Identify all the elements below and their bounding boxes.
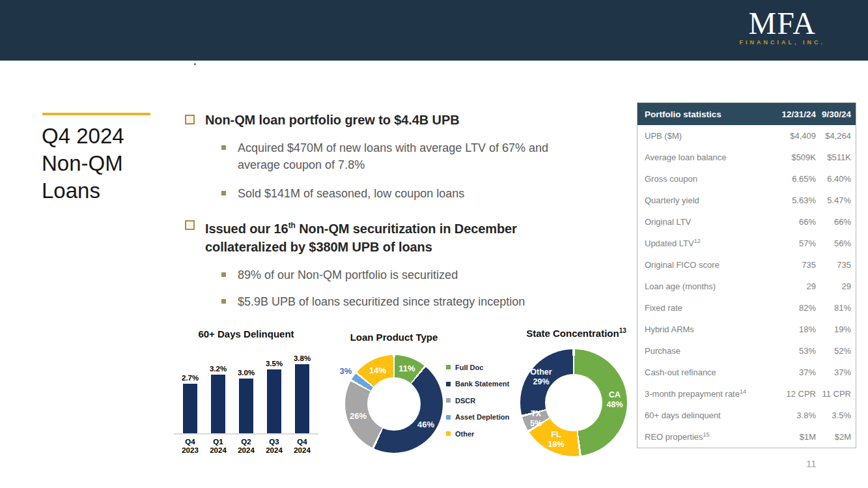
row-label: 60+ days delinquent — [645, 410, 774, 420]
sub-bullet-item: Acquired $470M of new loans with average… — [221, 139, 641, 173]
row-label: Cash-out refinance — [645, 367, 774, 377]
row-value-1: 53% — [774, 346, 816, 356]
row-value-2: 81% — [816, 303, 851, 313]
row-value-1: 57% — [774, 238, 816, 248]
chart-title: 60+ Days Delinquent — [176, 328, 316, 339]
row-value-2: 66% — [816, 217, 851, 227]
chart-title: Loan Product Type — [345, 332, 443, 343]
donut-hole — [367, 377, 421, 431]
legend-item: Full Doc — [446, 359, 509, 376]
portfolio-stats-table: Portfolio statistics 12/31/24 9/30/24 UP… — [637, 102, 856, 448]
x-axis-label: Q22024 — [232, 438, 260, 455]
table-header: Portfolio statistics 12/31/24 9/30/24 — [637, 103, 856, 125]
row-value-2: 6.40% — [816, 174, 851, 184]
sub-bullet-text: 89% of our Non-QM portfolio is securitiz… — [238, 266, 458, 283]
row-value-1: $4,409 — [774, 131, 816, 141]
bullet-square-icon — [185, 115, 195, 124]
delinquency-bar-chart: 60+ Days Delinquent 2.7%3.2%3.0%3.5%3.8%… — [176, 328, 316, 455]
donut-ring: CA48%FL18%TX5%Other29% — [520, 349, 627, 456]
row-value-2: 37% — [816, 367, 851, 377]
donut-ring: 11%46%26%3%14% — [345, 355, 443, 453]
row-value-2: $511K — [816, 152, 851, 162]
row-value-1: $1M — [774, 432, 816, 442]
legend-label: DSCR — [455, 397, 475, 405]
x-axis-labels: Q42023Q12024Q22024Q32024Q42024 — [176, 438, 316, 455]
donut-label: 26% — [350, 411, 367, 421]
bullet-item: Issued our 16th Non-QM securitization in… — [185, 216, 641, 256]
mfa-logo: MFA FINANCIAL, INC. — [740, 8, 826, 46]
row-value-1: 5.63% — [774, 195, 816, 205]
row-label: Purchase — [645, 346, 774, 356]
row-value-2: 19% — [816, 324, 851, 334]
table-row: 3-month prepayment rate1412 CPR11 CPR — [637, 383, 856, 405]
sub-bullet-item: Sold $141M of seasoned, low coupon loans — [221, 185, 641, 202]
x-axis-label: Q32024 — [260, 438, 288, 455]
page-title-line: Loans — [42, 177, 124, 205]
donut-label: 46% — [417, 420, 434, 429]
row-label: Average loan balance — [645, 152, 774, 162]
loan-product-donut-chart: Loan Product Type 11%46%26%3%14% Full Do… — [335, 329, 516, 471]
row-value-2: 735 — [816, 260, 851, 270]
donut-label: 14% — [369, 366, 386, 375]
donut-label: 11% — [399, 364, 415, 373]
loan-type-legend: Full DocBank StatementDSCRAsset Depletio… — [446, 359, 509, 442]
row-value-1: 66% — [774, 217, 816, 227]
legend-swatch — [446, 431, 451, 436]
row-value-1: 37% — [774, 367, 816, 377]
row-label: Original FICO score — [645, 260, 774, 270]
page-title-line: Non-QM — [42, 150, 124, 177]
state-concentration-donut-chart: State Concentration13 CA48%FL18%TX5%Othe… — [514, 324, 638, 470]
legend-label: Full Doc — [455, 364, 483, 371]
row-value-1: 3.8% — [774, 410, 816, 420]
legend-label: Asset Depletion — [455, 413, 509, 421]
legend-item: Asset Depletion — [446, 409, 509, 426]
donut-hole — [545, 374, 602, 431]
donut-label: TX5% — [530, 409, 542, 429]
sub-bullet-text: Sold $141M of seasoned, low coupon loans — [238, 185, 464, 202]
sub-bullet-text: $5.9B UPB of loans securitized since str… — [238, 293, 525, 310]
legend-swatch — [446, 398, 451, 403]
sub-bullet-square-icon — [221, 145, 226, 150]
x-axis-line — [174, 433, 318, 435]
table-row: UPB ($M)$4,409$4,264 — [637, 125, 856, 147]
bar-column: 3.5% — [260, 360, 288, 433]
sub-bullet-square-icon — [221, 299, 226, 304]
row-value-1: 82% — [774, 303, 816, 313]
row-value-2: 5.47% — [816, 195, 851, 205]
legend-item: Other — [446, 425, 509, 442]
logo-wordmark: MFA — [740, 8, 826, 38]
table-row: Gross coupon6.65%6.40% — [637, 168, 856, 190]
table-row: Fixed rate82%81% — [637, 297, 856, 319]
row-value-2: 52% — [816, 346, 851, 356]
donut-label: CA48% — [606, 390, 623, 410]
bar-column: 2.7% — [176, 374, 204, 433]
row-label: 3-month prepayment rate14 — [645, 388, 774, 399]
x-axis-label: Q42024 — [288, 438, 316, 455]
sub-bullet-item: $5.9B UPB of loans securitized since str… — [221, 293, 641, 310]
table-row: Quarterly yield5.63%5.47% — [637, 190, 856, 211]
bullet-text: Non-QM loan portfolio grew to $4.4B UPB — [205, 111, 460, 129]
row-label: Quarterly yield — [645, 195, 774, 205]
table-header-col-1: 12/31/24 — [774, 109, 816, 119]
x-axis-label: Q12024 — [204, 438, 232, 455]
table-row: Hybrid ARMs18%19% — [637, 319, 856, 340]
table-header-title: Portfolio statistics — [645, 109, 774, 119]
slide: MFA FINANCIAL, INC. Q4 2024 Non-QM Loans… — [0, 0, 868, 488]
legend-swatch — [446, 365, 451, 369]
row-label: Hybrid ARMs — [645, 324, 774, 334]
donut-label: Other29% — [530, 367, 552, 387]
row-value-1: 29 — [774, 281, 816, 291]
bar-value-label: 3.5% — [266, 360, 283, 367]
row-label: Gross coupon — [645, 174, 774, 184]
chart-title: State Concentration13 — [514, 327, 638, 339]
table-row: REO properties15$1M$2M — [637, 426, 856, 448]
bar-column: 3.0% — [232, 369, 260, 433]
bullet-text: Issued our 16th Non-QM securitization in… — [205, 216, 547, 256]
sub-bullet-square-icon — [221, 191, 226, 195]
table-row: Loan age (months)2929 — [637, 276, 856, 297]
bar — [211, 375, 225, 433]
legend-item: Bank Statement — [446, 376, 509, 393]
bar-value-label: 2.7% — [182, 374, 199, 382]
table-row: Original FICO score735735 — [637, 254, 856, 276]
page-number: 11 — [806, 458, 817, 469]
